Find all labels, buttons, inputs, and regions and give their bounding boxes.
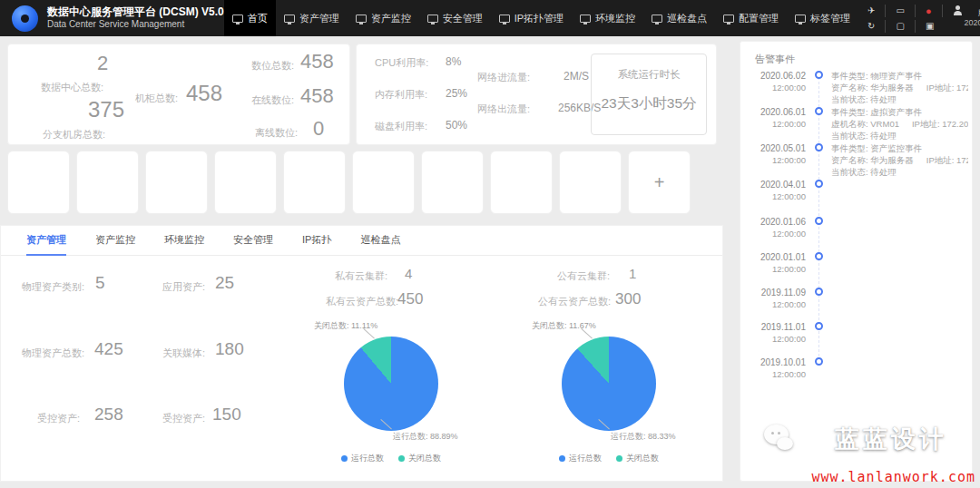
add-shortcut-button[interactable]: + <box>628 151 691 214</box>
timeline-dot-icon <box>815 288 823 296</box>
legend-label: 关闭总数 <box>626 453 659 464</box>
alarm-panel-title: 告警事件 <box>755 53 795 66</box>
nav-label: 资产监控 <box>371 12 411 25</box>
record-icon[interactable]: ● <box>926 5 932 16</box>
legend-label: 运行总数 <box>569 453 602 464</box>
divider <box>942 5 943 17</box>
cabinet-total-value: 458 <box>186 81 222 106</box>
public-cluster-value: 1 <box>629 266 636 281</box>
shortcut-slot[interactable] <box>559 151 622 214</box>
nav-label: 巡检盘点 <box>667 12 707 25</box>
system-stats-card: CPU利用率: 8% 内存利用率: 25% 磁盘利用率: 50% 网络进流量: … <box>356 44 717 145</box>
stat-value: 425 <box>94 339 123 359</box>
event-type: 事件类型: 资产监控事件 <box>831 142 968 154</box>
legend-item-running[interactable]: 运行总数 <box>341 453 384 464</box>
nav-label: 标签管理 <box>810 12 850 25</box>
legend-item-closed[interactable]: 关闭总数 <box>616 453 659 464</box>
monitor-icon <box>356 15 367 23</box>
watermark-brand: 蓝蓝设计 <box>835 423 947 455</box>
event-time: 12:00:00 <box>750 299 806 311</box>
app-subtitle: Data Center Service Management <box>47 19 224 31</box>
event-time: 12:00:00 <box>750 229 806 240</box>
pie1-closed-callout: 关闭总数: 11.11% <box>314 320 377 332</box>
nav-item-security[interactable]: 安全管理 <box>419 0 491 36</box>
slot-online-value: 458 <box>300 84 334 108</box>
event-asset: 虚机名称: VRM01 <box>831 119 899 129</box>
nav-item-inspection[interactable]: 巡检盘点 <box>643 0 715 36</box>
tab-inspection[interactable]: 巡检盘点 <box>360 226 400 256</box>
slot-offline-label: 离线数位: <box>255 126 298 140</box>
pie-chart-private-cloud[interactable] <box>344 337 438 431</box>
event-time: 12:00:00 <box>750 334 806 346</box>
nav-label: IP拓扑管理 <box>514 12 564 25</box>
dove-icon[interactable]: ✈ <box>867 5 875 15</box>
shortcut-slot[interactable] <box>76 151 139 214</box>
event-ip: IP地址: 172.20.10.159 <box>926 155 968 165</box>
watermark-url: www.lanlanwork.com <box>811 469 975 485</box>
legend-label: 关闭总数 <box>408 453 441 464</box>
user-icon[interactable] <box>953 5 963 15</box>
legend-item-closed[interactable]: 关闭总数 <box>398 453 441 464</box>
pie2-closed-callout: 关闭总数: 11.67% <box>532 320 596 332</box>
shortcut-slot[interactable] <box>352 151 415 214</box>
mem-label: 内存利用率: <box>375 88 427 102</box>
nav-item-config[interactable]: 配置管理 <box>715 0 787 36</box>
user-label: 服务 <box>965 8 980 18</box>
nav-item-ip-topology[interactable]: IP拓扑管理 <box>491 0 572 36</box>
shortcut-slot[interactable] <box>214 151 277 214</box>
tab-env-monitor[interactable]: 环境监控 <box>164 226 204 256</box>
sync-icon[interactable]: ↻ <box>867 21 875 31</box>
timeline-dot-icon <box>815 107 823 115</box>
timeline-dot-icon <box>815 322 823 330</box>
scan-icon[interactable]: ▣ <box>926 21 934 31</box>
tab-asset-monitor[interactable]: 资产监控 <box>95 226 135 256</box>
public-cluster-label: 公有云集群: <box>557 269 610 283</box>
screen-icon[interactable]: ▢ <box>896 21 904 31</box>
event-type: 事件类型: 虚拟资产事件 <box>831 106 968 118</box>
divider <box>885 20 886 33</box>
app-logo-icon <box>12 5 38 32</box>
monitor-icon <box>284 15 295 23</box>
event-date: 2020.06.01 <box>750 106 806 119</box>
disk-value: 50% <box>446 119 467 132</box>
uptime-box: 系统运行时长 23天3小时35分 <box>591 54 707 135</box>
tab-ip-topology[interactable]: IP拓扑 <box>302 226 331 256</box>
timeline-dot-icon <box>815 143 823 151</box>
legend-item-running[interactable]: 运行总数 <box>559 453 602 464</box>
private-total-value: 450 <box>397 290 423 308</box>
timeline-dot-icon <box>815 357 823 366</box>
monitor-icon[interactable]: ▭ <box>896 5 904 15</box>
legend-dot-icon <box>341 455 348 462</box>
nav-item-asset-mgmt[interactable]: 资产管理 <box>276 0 348 36</box>
pie-chart-public-cloud[interactable] <box>562 337 656 431</box>
shortcut-slot[interactable] <box>145 151 208 214</box>
slot-online-label: 在线数位: <box>251 93 294 107</box>
nav-label: 首页 <box>248 12 268 25</box>
nav-item-home[interactable]: 首页 <box>224 0 276 36</box>
event-asset: 资产名称: 华为服务器 <box>831 83 914 93</box>
shortcut-slot[interactable] <box>7 151 70 214</box>
divider <box>915 20 916 33</box>
nav-item-asset-monitor[interactable]: 资产监控 <box>348 0 419 36</box>
private-cluster-value: 4 <box>405 266 412 281</box>
tab-security[interactable]: 安全管理 <box>233 226 273 256</box>
nav-item-tags[interactable]: 标签管理 <box>787 0 858 36</box>
tab-asset-mgmt[interactable]: 资产管理 <box>26 226 66 256</box>
header-icon-cluster: ✈ ▭ ● ↻ ▢ ▣ <box>867 5 963 33</box>
slot-total-value: 458 <box>300 50 334 73</box>
monitor-icon <box>795 15 806 23</box>
header-date: 2020-06 <box>965 18 980 28</box>
monitor-icon <box>427 15 438 23</box>
shortcut-slot[interactable] <box>490 151 553 214</box>
nav-label: 配置管理 <box>739 12 779 25</box>
app-title-block: 数据中心服务管理平台 (DCSM) V5.0 Data Center Servi… <box>47 5 224 31</box>
shortcut-slot[interactable] <box>283 151 346 214</box>
cpu-label: CPU利用率: <box>375 56 428 70</box>
event-date: 2019.10.01 <box>750 356 806 369</box>
timeline-dot-icon <box>815 71 823 79</box>
shortcut-slot[interactable] <box>421 151 484 214</box>
dc-total-label: 数据中心总数: <box>41 81 103 94</box>
nav-item-env-monitor[interactable]: 环境监控 <box>572 0 643 36</box>
asset-overview-panel: 资产管理 资产监控 环境监控 安全管理 IP拓扑 巡检盘点 物理资产类别: 5 … <box>0 225 723 482</box>
event-time: 12:00:00 <box>750 119 806 131</box>
